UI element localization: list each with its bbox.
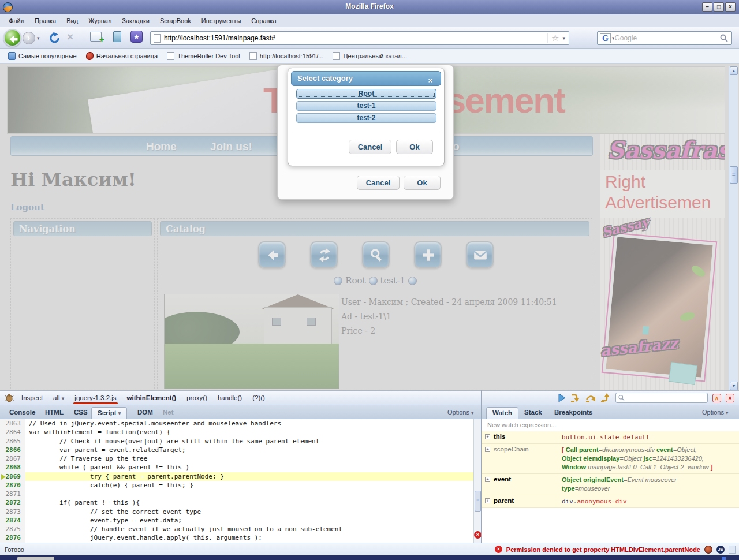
bookmarks-star-icon[interactable]: ★ <box>130 31 143 43</box>
dialog-ok-button[interactable]: Ok <box>396 140 433 154</box>
tab-css[interactable]: CSS <box>68 407 94 419</box>
outer-cancel-button[interactable]: Cancel <box>357 176 400 190</box>
expander-icon[interactable]: + <box>485 498 490 503</box>
firebug-close-button[interactable]: × <box>726 394 734 402</box>
tab-breakpoints[interactable]: Breakpoints <box>548 407 598 419</box>
watch-value[interactable]: Object originalEvent=Event mouseovertype… <box>562 476 737 493</box>
category-button-root[interactable]: Root <box>296 89 436 99</box>
back-button[interactable] <box>3 29 21 47</box>
minimize-button[interactable]: – <box>702 2 712 12</box>
dialog-title-bar[interactable]: Select category × <box>291 71 441 86</box>
forward-button[interactable] <box>23 32 35 44</box>
dialog-cancel-button[interactable]: Cancel <box>349 140 391 154</box>
taskbar-button[interactable] <box>17 557 54 560</box>
dialog-close-icon[interactable]: × <box>428 77 432 84</box>
tab-net[interactable]: Net <box>157 407 180 419</box>
menu-item[interactable]: ScrapBook <box>155 16 196 26</box>
panel-divider[interactable] <box>481 390 482 543</box>
function-link-anon[interactable]: (?)() <box>252 394 265 401</box>
close-button[interactable]: × <box>725 2 736 12</box>
menu-item[interactable]: Вид <box>61 16 83 26</box>
line-number[interactable]: 2863 <box>0 419 25 428</box>
firebug-icon[interactable] <box>5 393 14 402</box>
function-link-proxy[interactable]: proxy() <box>186 394 207 401</box>
line-number[interactable]: 2866 <box>0 446 25 454</box>
maximize-button[interactable]: □ <box>714 2 724 12</box>
scope-dropdown[interactable]: all ▾ <box>53 394 64 401</box>
function-link-handle[interactable]: handle() <box>218 394 242 401</box>
menu-item[interactable]: Файл <box>3 16 29 26</box>
new-tab-icon[interactable] <box>90 32 102 42</box>
history-dropdown-icon[interactable]: ▾ <box>37 35 40 41</box>
line-number[interactable]: 2867 <box>0 454 25 463</box>
watch-value[interactable]: button.ui-state-default <box>562 433 737 442</box>
js-status-icon[interactable]: JS <box>716 546 725 554</box>
line-number[interactable]: 2870 <box>0 481 25 490</box>
tab-watch[interactable]: Watch <box>486 407 518 419</box>
line-number[interactable]: 2869 <box>0 472 25 481</box>
tab-dom[interactable]: DOM <box>132 407 159 419</box>
script-scrollbar[interactable]: × <box>473 419 481 543</box>
scrapbook-icon[interactable] <box>113 31 121 42</box>
page-scrollbar[interactable]: ▲ ▼ <box>729 66 738 390</box>
expander-icon[interactable]: + <box>485 447 490 452</box>
reload-button[interactable] <box>48 32 61 44</box>
scroll-down-button[interactable]: ▼ <box>730 382 738 390</box>
continue-button[interactable] <box>558 393 566 402</box>
step-over-button[interactable] <box>585 393 596 402</box>
line-number[interactable]: 2864 <box>0 428 25 436</box>
menu-item[interactable]: Правка <box>29 16 61 26</box>
options-button-left[interactable]: Options ▾ <box>447 409 474 416</box>
scroll-up-button[interactable]: ▲ <box>730 66 738 75</box>
expander-icon[interactable]: + <box>485 434 490 439</box>
watch-value[interactable]: div.anonymous-div <box>562 497 737 506</box>
search-input[interactable] <box>614 34 719 42</box>
outer-ok-button[interactable]: Ok <box>404 176 441 190</box>
step-out-button[interactable] <box>600 393 611 402</box>
tab-html[interactable]: HTML <box>39 407 69 419</box>
watch-name[interactable]: scopeChain <box>494 446 562 472</box>
watch-name[interactable]: parent <box>494 497 562 506</box>
menu-item[interactable]: Закладки <box>117 16 155 26</box>
menu-item[interactable]: Инструменты <box>196 16 247 26</box>
bookmark-item[interactable]: http://localhost:1591/... <box>245 51 329 61</box>
scroll-thumb[interactable] <box>730 166 738 184</box>
category-button-test2[interactable]: test-2 <box>296 113 436 123</box>
watch-name[interactable]: this <box>494 433 562 442</box>
inspect-button[interactable]: Inspect <box>21 394 43 401</box>
stop-button[interactable]: × <box>67 31 73 43</box>
line-number[interactable]: 2865 <box>0 437 25 446</box>
firebug-minimize-button[interactable]: ∧ <box>712 394 721 402</box>
function-link-withinelement[interactable]: withinElement() <box>127 394 177 401</box>
category-button-test1[interactable]: test-1 <box>296 101 436 111</box>
step-into-button[interactable] <box>570 393 581 402</box>
error-icon[interactable]: × <box>495 546 502 553</box>
tab-script[interactable]: Script ▾ <box>91 407 127 419</box>
line-number[interactable]: 2874 <box>0 516 25 525</box>
url-input[interactable] <box>164 34 547 42</box>
firebug-search-input[interactable] <box>625 394 707 401</box>
menu-item[interactable]: Журнал <box>83 16 117 26</box>
status-error-text[interactable]: Permission denied to get property HTMLDi… <box>506 546 700 553</box>
expander-icon[interactable]: + <box>485 477 490 482</box>
line-number[interactable]: 2876 <box>0 533 25 542</box>
watch-value[interactable]: [ Call parent=div.anonymous-div event=Ob… <box>562 446 737 472</box>
bookmark-star-toggle-icon[interactable]: ☆ <box>547 33 562 43</box>
firebug-status-icon[interactable] <box>704 546 712 554</box>
line-number[interactable]: 2875 <box>0 525 25 533</box>
tab-console[interactable]: Console <box>3 407 41 419</box>
new-watch-expression[interactable]: New watch expression... <box>482 419 739 431</box>
tab-stack[interactable]: Stack <box>518 407 548 419</box>
line-number[interactable]: 2868 <box>0 463 25 472</box>
scroll-thumb[interactable] <box>475 491 481 512</box>
bookmark-item[interactable]: Центральный катал... <box>328 51 411 61</box>
menu-item[interactable]: Справка <box>246 16 281 26</box>
options-button-right[interactable]: Options ▾ <box>702 409 729 416</box>
bookmark-item[interactable]: Самые популярные <box>3 51 81 61</box>
search-magnifier-icon[interactable] <box>719 33 729 43</box>
bookmark-item[interactable]: Начальная страница <box>81 51 162 61</box>
script-file-label[interactable]: jquery-1.3.2.js <box>74 394 116 401</box>
bookmark-item[interactable]: ThemeRoller Dev Tool <box>162 51 245 61</box>
watch-name[interactable]: event <box>494 476 562 493</box>
line-number[interactable]: 2871 <box>0 490 25 498</box>
